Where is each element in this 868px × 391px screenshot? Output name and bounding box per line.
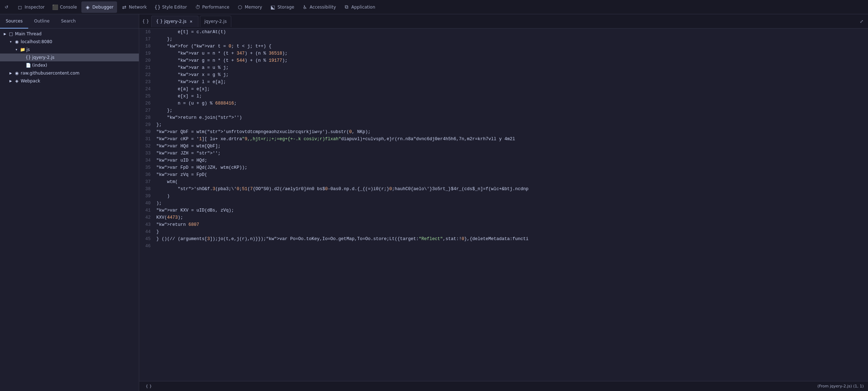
- line-number: 35: [139, 165, 155, 170]
- line-content: };: [155, 37, 868, 42]
- toolbar-item-application[interactable]: ⧉Application: [340, 1, 379, 13]
- line-content: "kw">return e.join("str">''): [155, 115, 868, 120]
- line-content: };: [155, 108, 868, 113]
- line-number: 24: [139, 87, 155, 92]
- code-line[interactable]: 16 e[t] = c.charAt(t): [139, 29, 868, 36]
- editor-tab-label: jqyery-2.js: [205, 19, 227, 24]
- code-line[interactable]: 25 e[x] = l;: [139, 93, 868, 100]
- code-line[interactable]: 37 wtm(: [139, 178, 868, 186]
- editor-tab-jqyery-2-raw[interactable]: jqyery-2.js: [200, 16, 232, 27]
- style-editor-icon: {}: [155, 4, 160, 10]
- editor-tab-jqyery-2-formatted[interactable]: { } jqyery-2.js✕: [151, 16, 198, 27]
- format-status-icon: { }: [146, 384, 152, 389]
- code-line[interactable]: 18 "kw">for ("kw">var t = 0; t < j; t++)…: [139, 43, 868, 50]
- tree-label: Main Thread: [15, 31, 41, 36]
- toolbar-item-performance[interactable]: ⏱Performance: [191, 1, 233, 13]
- code-line[interactable]: 28 "kw">return e.join("str">''): [139, 114, 868, 121]
- line-number: 22: [139, 72, 155, 77]
- code-line[interactable]: 35"kw">var FpD = HQd(JZH, wtm(cKP));: [139, 164, 868, 171]
- code-line[interactable]: 22 "kw">var x = g % j;: [139, 71, 868, 78]
- storage-icon: ⬕: [270, 4, 276, 10]
- code-line[interactable]: 38 "str">'shO&f.3(pba3;\'0;51(7{OO"S0).d…: [139, 186, 868, 193]
- line-content: wtm(: [155, 179, 868, 184]
- tree-item-localhost[interactable]: ▾◉localhost:8080: [0, 38, 139, 46]
- close-tab-icon[interactable]: ✕: [189, 19, 194, 24]
- toolbar-item-style-editor[interactable]: {}Style Editor: [151, 1, 190, 13]
- status-left: { }: [143, 383, 154, 389]
- reload-button[interactable]: ↺: [1, 2, 11, 12]
- code-line[interactable]: 39 ): [139, 193, 868, 200]
- left-tab-search[interactable]: Search: [55, 14, 81, 29]
- code-line[interactable]: 34"kw">var uID = HQd;: [139, 157, 868, 164]
- editor-tab-label: { } jqyery-2.js: [156, 19, 187, 24]
- line-content: "kw">var QbF = wtm("str">'unfrtovtdtcmpn…: [155, 130, 868, 134]
- code-line[interactable]: 44}: [139, 228, 868, 235]
- line-content: "kw">var g = n * (t + 544) + (n % 19177)…: [155, 58, 868, 63]
- code-line[interactable]: 29};: [139, 121, 868, 128]
- code-line[interactable]: 23 "kw">var l = e[a];: [139, 78, 868, 86]
- file-tree: ▶□Main Thread▾◉localhost:8080▾📁js{}jqyer…: [0, 29, 139, 391]
- toolbar-item-accessibility[interactable]: ♿Accessibility: [298, 1, 339, 13]
- code-line[interactable]: 33"kw">var JZH = "str">'';: [139, 150, 868, 157]
- line-content: "kw">var HQd = wtm[QbF];: [155, 144, 868, 149]
- line-number: 26: [139, 101, 155, 106]
- code-line[interactable]: 27 };: [139, 107, 868, 114]
- tree-label: Webpack: [21, 78, 40, 83]
- code-line[interactable]: 46: [139, 243, 868, 250]
- code-line[interactable]: 32"kw">var HQd = wtm[QbF];: [139, 143, 868, 150]
- tree-label: js: [26, 47, 30, 52]
- line-number: 27: [139, 108, 155, 113]
- toolbar-item-storage[interactable]: ⬕Storage: [266, 1, 298, 13]
- tree-item-js-folder[interactable]: ▾📁js: [0, 46, 139, 54]
- code-line[interactable]: 30"kw">var QbF = wtm("str">'unfrtovtdtcm…: [139, 128, 868, 136]
- code-line[interactable]: 21 "kw">var a = u % j;: [139, 64, 868, 71]
- code-line[interactable]: 17 };: [139, 36, 868, 43]
- code-line[interactable]: 42KXV(4473);: [139, 214, 868, 221]
- line-number: 39: [139, 194, 155, 199]
- code-line[interactable]: 45} ()(// (arguments[3]);jo(t,e,j(r),n)}…: [139, 235, 868, 243]
- toolbar-item-network[interactable]: ⇄Network: [118, 1, 150, 13]
- inspector-icon: ◻: [17, 4, 23, 10]
- expand-editor-button[interactable]: ⤢: [857, 16, 867, 26]
- tree-item-main-thread[interactable]: ▶□Main Thread: [0, 30, 139, 38]
- editor-tabs: { } { } jqyery-2.js✕jqyery-2.js ⤢: [139, 14, 868, 29]
- code-line[interactable]: 43"kw">return 6807: [139, 221, 868, 228]
- line-content: }: [155, 229, 868, 234]
- tree-item-index-html[interactable]: 📄(index): [0, 61, 139, 69]
- line-number: 20: [139, 58, 155, 63]
- code-area[interactable]: 16 e[t] = c.charAt(t)17 };18 "kw">for ("…: [139, 29, 868, 381]
- code-line[interactable]: 31"kw">var cKP = '1][ lu+ xe.drtra"9,,hj…: [139, 136, 868, 143]
- line-content: "kw">var u = n * (t + 347) + (n % 36518)…: [155, 51, 868, 56]
- style-editor-label: Style Editor: [162, 5, 187, 10]
- toolbar-item-memory[interactable]: ⬡Memory: [234, 1, 266, 13]
- toolbar-item-debugger[interactable]: ◈Debugger: [81, 1, 117, 13]
- line-number: 40: [139, 201, 155, 206]
- code-line[interactable]: 24 e[a] = e[x];: [139, 86, 868, 93]
- code-line[interactable]: 36"kw">var zVq = FpD(: [139, 171, 868, 178]
- left-panel-tabs: SourcesOutlineSearch: [0, 14, 139, 29]
- code-line[interactable]: 40);: [139, 200, 868, 207]
- tree-label: localhost:8080: [21, 39, 52, 44]
- right-panel: { } { } jqyery-2.js✕jqyery-2.js ⤢ 16 e[t…: [139, 14, 868, 391]
- toolbar-item-console[interactable]: ⬛Console: [49, 1, 81, 13]
- line-number: 21: [139, 65, 155, 70]
- line-number: 18: [139, 44, 155, 49]
- code-line[interactable]: 20 "kw">var g = n * (t + 544) + (n % 191…: [139, 57, 868, 64]
- left-tab-sources[interactable]: Sources: [0, 14, 28, 29]
- line-number: 37: [139, 179, 155, 184]
- code-line[interactable]: 26 n = (u + g) % 6888416;: [139, 100, 868, 107]
- tree-item-raw-github[interactable]: ▶◉raw.githubusercontent.com: [0, 69, 139, 77]
- code-line[interactable]: 19 "kw">var u = n * (t + 347) + (n % 365…: [139, 50, 868, 57]
- tree-icon: {}: [26, 55, 31, 60]
- code-line[interactable]: 41"kw">var KXV = uID(dBs, zVq);: [139, 207, 868, 214]
- format-status-button[interactable]: { }: [143, 383, 154, 389]
- tree-item-jqyery-2-js[interactable]: {}jqyery-2.js: [0, 54, 139, 61]
- line-number: 46: [139, 244, 155, 249]
- tree-arrow: ▾: [9, 40, 13, 44]
- left-tab-outline[interactable]: Outline: [28, 14, 55, 29]
- tree-item-webpack[interactable]: ▶◈Webpack: [0, 77, 139, 85]
- format-button[interactable]: { }: [141, 16, 151, 26]
- toolbar-item-inspector[interactable]: ◻Inspector: [14, 1, 48, 13]
- line-content: e[a] = e[x];: [155, 87, 868, 92]
- performance-label: Performance: [202, 5, 229, 10]
